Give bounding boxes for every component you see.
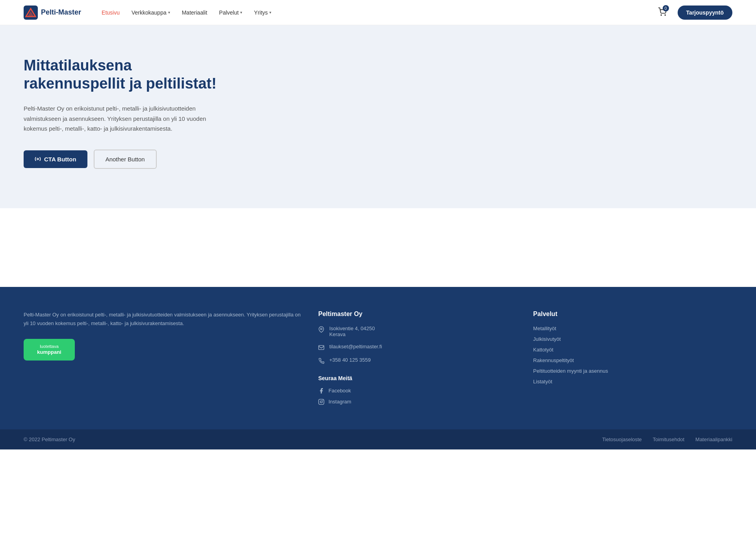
footer-email: tilaukset@peltimaster.fi (318, 344, 517, 351)
service-link-4[interactable]: Peltituotteiden myynti ja asennus (533, 368, 732, 374)
footer-bottom-links: Tietosuojaseloste Toimitusehdot Materiaa… (602, 436, 732, 442)
nav-links: Etusivu Verkkokauppa ▾ Materiaalit Palve… (97, 6, 653, 19)
footer-bottom: © 2022 Peltimaster Oy Tietosuojaseloste … (0, 429, 756, 449)
logo[interactable]: Pelti-Master (24, 6, 81, 20)
hero-description: Pelti-Master Oy on erikoistunut pelti-, … (24, 104, 213, 134)
phone-icon (318, 358, 324, 364)
facebook-icon (318, 388, 324, 394)
svg-rect-7 (319, 345, 324, 349)
logo-icon (24, 6, 38, 20)
chevron-down-icon: ▾ (269, 10, 271, 15)
svg-point-5 (37, 158, 39, 160)
hero-section: Mittatilauksena rakennuspellit ja peltil… (0, 25, 756, 208)
hero-buttons: CTA Button Another Button (24, 150, 276, 169)
service-link-1[interactable]: Julkisivutyöt (533, 336, 732, 342)
location-icon (318, 326, 324, 333)
cart-count: 0 (663, 5, 669, 11)
footer-brand-col: Pelti-Master Oy on erikoistunut pelti-, … (24, 311, 302, 410)
footer-facebook-link[interactable]: Facebook (318, 388, 517, 394)
footer-instagram-link[interactable]: Instagram (318, 399, 517, 405)
another-button[interactable]: Another Button (94, 150, 157, 169)
footer-services-title: Palvelut (533, 311, 732, 318)
nav-yritys[interactable]: Yritys ▾ (249, 6, 276, 19)
svg-point-4 (665, 15, 665, 15)
logo-text: Pelti-Master (41, 8, 81, 17)
footer-grid: Pelti-Master Oy on erikoistunut pelti-, … (24, 311, 732, 429)
footer-brand-text: Pelti-Master Oy on erikoistunut pelti-, … (24, 311, 302, 328)
footer-services-col: Palvelut Metallityöt Julkisivutyöt Katto… (533, 311, 732, 410)
footer-link-privacy[interactable]: Tietosuojaseloste (602, 436, 642, 442)
hero-content: Mittatilauksena rakennuspellit ja peltil… (24, 57, 276, 169)
cta-button[interactable]: CTA Button (24, 150, 87, 168)
navbar-right: 0 Tarjouspyyntö (653, 4, 732, 20)
email-icon (318, 344, 324, 351)
footer-badge: luotettava kumppani (24, 339, 75, 361)
service-link-3[interactable]: Rakennuspeltityöt (533, 357, 732, 363)
middle-area (0, 208, 756, 287)
cta-icon (35, 156, 41, 162)
footer-link-terms[interactable]: Toimitusehdot (653, 436, 684, 442)
navbar: Pelti-Master Etusivu Verkkokauppa ▾ Mate… (0, 0, 756, 25)
instagram-icon (318, 399, 324, 405)
footer-contact-col: Peltimaster Oy Isokiventie 4, 04250 Kera… (318, 311, 517, 410)
cart-button[interactable]: 0 (653, 4, 671, 20)
footer-social-title: Seuraa Meitä (318, 375, 517, 381)
tarjouspyynto-button[interactable]: Tarjouspyyntö (678, 6, 732, 20)
svg-point-9 (321, 401, 322, 403)
footer-address: Isokiventie 4, 04250 Kerava (318, 325, 517, 337)
hero-title: Mittatilauksena rakennuspellit ja peltil… (24, 57, 276, 92)
svg-point-10 (323, 400, 323, 401)
svg-point-6 (321, 328, 322, 329)
chevron-down-icon: ▾ (240, 10, 242, 15)
svg-point-3 (661, 15, 662, 15)
nav-etusivu[interactable]: Etusivu (97, 6, 124, 19)
footer-contact-title: Peltimaster Oy (318, 311, 517, 318)
nav-palvelut[interactable]: Palvelut ▾ (214, 6, 247, 19)
nav-materiaalit[interactable]: Materiaalit (177, 6, 212, 19)
footer-link-materials[interactable]: Materiaalipankki (695, 436, 732, 442)
service-link-0[interactable]: Metallityöt (533, 325, 732, 331)
footer: Pelti-Master Oy on erikoistunut pelti-, … (0, 287, 756, 429)
service-link-2[interactable]: Kattotyöt (533, 347, 732, 353)
cart-icon-wrap: 0 (658, 7, 667, 17)
service-link-5[interactable]: Listatyöt (533, 379, 732, 385)
footer-copyright: © 2022 Peltimaster Oy (24, 436, 75, 442)
chevron-down-icon: ▾ (168, 10, 170, 15)
nav-verkkokauppa[interactable]: Verkkokauppa ▾ (127, 6, 175, 19)
footer-phone: +358 40 125 3559 (318, 357, 517, 364)
svg-rect-8 (319, 399, 324, 404)
